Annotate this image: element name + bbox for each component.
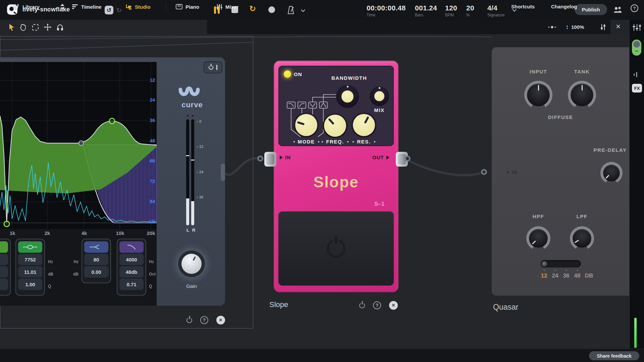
slope-control-panel: ON BANDWIDTH MIX (278, 66, 394, 146)
mixer-strip-icon[interactable] (632, 23, 642, 32)
db-scale-48[interactable]: 48 (574, 273, 581, 279)
curve-help-icon[interactable]: ? (200, 316, 208, 324)
slope-model-number: S–1 (374, 201, 384, 207)
eq-node-notch[interactable] (4, 221, 9, 227)
slope-help-icon[interactable]: ? (373, 301, 381, 309)
slider-thumb[interactable] (541, 261, 547, 267)
db-scale-24[interactable]: 24 (552, 273, 558, 279)
tab-piano[interactable]: Piano (176, 0, 199, 13)
db-scale-unit: DB (585, 273, 593, 279)
mix-knob[interactable] (370, 86, 389, 106)
bars-display[interactable]: 001.24 Bars (415, 4, 437, 17)
tab-library[interactable]: Library (13, 0, 40, 13)
metronome-button[interactable] (287, 6, 295, 16)
tab-timeline[interactable]: Timeline (72, 0, 102, 13)
tab-studio[interactable]: Studio (126, 0, 151, 13)
record-button[interactable] (268, 6, 275, 13)
slope-title: Slope (269, 300, 288, 309)
publish-button[interactable]: Publish (575, 4, 607, 15)
freq-knob[interactable] (323, 113, 347, 138)
db-scale-36[interactable]: 36 (563, 273, 570, 279)
band-freq-value[interactable]: 80 (84, 254, 108, 265)
collaborators-icon[interactable] (613, 6, 622, 13)
band-freq-value[interactable]: 7752 (18, 254, 42, 265)
band-q-value[interactable]: 1.00 (18, 279, 42, 290)
band-slope-value[interactable]: 48db (119, 266, 144, 278)
input-knob[interactable] (524, 81, 552, 109)
snap-focus-button[interactable] (548, 23, 556, 32)
fx-badge[interactable]: FX (632, 84, 642, 93)
select-tool-button[interactable] (7, 23, 16, 32)
time-display[interactable]: 00:00:00.48 Time (367, 4, 406, 17)
changelog-link[interactable]: Changelog (551, 4, 577, 9)
undo-button[interactable]: ↺ (105, 6, 113, 14)
band-value[interactable] (0, 279, 8, 290)
slope-footswitch[interactable] (278, 211, 394, 286)
eq-graph[interactable]: 12 24 36 48 60 72 84 dB (0, 62, 157, 229)
gain-knob[interactable] (181, 254, 202, 274)
mode-knob[interactable] (294, 113, 319, 137)
res-knob[interactable] (352, 113, 376, 137)
eq-node-lowpass[interactable] (79, 141, 84, 145)
shortcuts-link[interactable]: Shortcuts (511, 4, 535, 9)
band-q-value[interactable]: 0.71 (119, 279, 144, 290)
meter-tick: 0 (199, 119, 201, 123)
db-scale-12[interactable]: 12 (541, 273, 547, 279)
move-tool-button[interactable] (43, 23, 52, 32)
track-sort-button[interactable] (60, 0, 65, 13)
decay-slider[interactable] (541, 260, 581, 267)
band-value[interactable]: 0 (0, 266, 8, 278)
quasar-plugin[interactable]: INPUT TANK DIFFUSE PRE-DELAY IN HPF LPF (492, 47, 633, 296)
pan-tool-button[interactable] (18, 23, 27, 32)
predelay-label: PRE-DELAY (589, 147, 631, 153)
bandwidth-knob[interactable] (336, 85, 359, 108)
slope-bypass-icon[interactable] (359, 303, 365, 308)
lpf-knob[interactable] (570, 226, 594, 250)
share-feedback-button[interactable]: Share feedback (589, 351, 639, 360)
redo-button[interactable]: ↻ (116, 6, 122, 14)
db-tick: 12 (142, 77, 155, 83)
band-box-partial[interactable]: 0 (0, 239, 11, 296)
band-gain-value[interactable]: 0.00 (84, 266, 108, 278)
cable-node[interactable] (257, 156, 263, 162)
cable-node[interactable] (405, 156, 411, 162)
metronome-icon (287, 6, 295, 14)
band-box-shelf[interactable]: 80 0.00 (82, 239, 111, 283)
band-value[interactable] (0, 254, 8, 265)
band-box-bell[interactable]: 7752 11.01 1.00 (15, 239, 45, 296)
collapse-panel-icon[interactable]: ‹| (633, 71, 638, 78)
canvas-scrollbar[interactable] (629, 34, 630, 349)
transport-chevron-down-icon[interactable] (301, 8, 305, 12)
curve-output-connector[interactable] (221, 164, 225, 181)
slope-pedal[interactable]: ON BANDWIDTH MIX (274, 61, 398, 292)
signature-display[interactable]: 4/4 Signature (487, 4, 504, 17)
close-view-button[interactable]: × (616, 22, 621, 31)
master-toggle[interactable] (632, 40, 641, 56)
mixer-controls-button[interactable] (599, 23, 607, 32)
eq-node-bell[interactable] (109, 118, 115, 124)
loop-button[interactable]: ↻ (249, 4, 256, 13)
hpf-knob[interactable] (526, 226, 550, 250)
cable-node[interactable] (481, 169, 487, 175)
band-box-lowpass[interactable]: 4000 48db 0.71 (117, 239, 146, 296)
help-button[interactable]: ? (631, 4, 638, 12)
unit-label: dB (70, 272, 78, 277)
swing-display[interactable]: 20 % (466, 4, 474, 17)
predelay-knob[interactable] (600, 162, 623, 184)
diffuse-label: DIFFUSE (539, 114, 582, 120)
tank-knob[interactable] (568, 81, 596, 109)
zoom-level[interactable]: 100% (571, 24, 584, 30)
preview-tool-button[interactable] (56, 23, 64, 32)
band-freq-value[interactable]: 4000 (119, 254, 144, 265)
curve-remove-icon[interactable]: × (216, 316, 225, 324)
slope-remove-icon[interactable]: × (389, 301, 398, 310)
curve-bypass-icon[interactable] (186, 317, 192, 323)
tab-mixer[interactable]: Mixer (216, 0, 238, 13)
curve-power-toggle[interactable] (204, 61, 222, 73)
meter-right (191, 119, 194, 225)
marquee-tool-button[interactable] (31, 23, 40, 32)
band-gain-value[interactable]: 11.01 (18, 266, 42, 278)
vertical-zoom-button[interactable]: ↕ (563, 23, 572, 32)
timeline-icon (72, 4, 78, 9)
bpm-display[interactable]: 120 BPM (445, 4, 457, 17)
